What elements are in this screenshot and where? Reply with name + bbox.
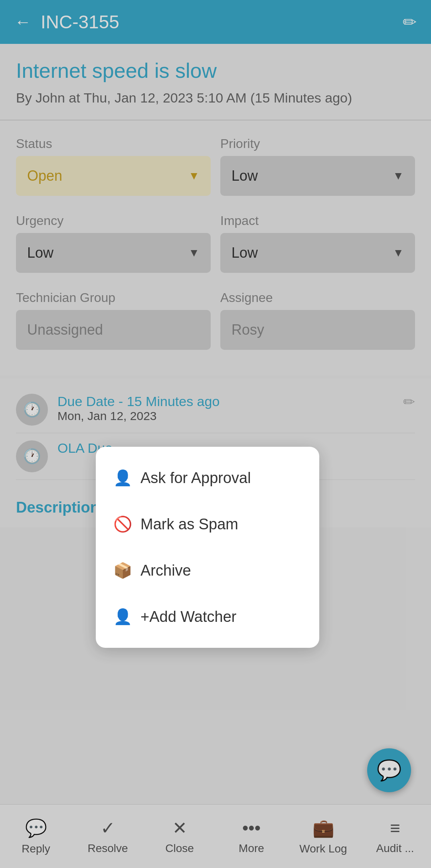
add-watcher-label: +Add Watcher bbox=[140, 608, 236, 625]
archive-label: Archive bbox=[140, 562, 191, 579]
archive-item[interactable]: 📦 Archive bbox=[96, 547, 319, 594]
mark-spam-item[interactable]: 🚫 Mark as Spam bbox=[96, 501, 319, 547]
mark-spam-icon: 🚫 bbox=[113, 515, 131, 533]
dropdown-overlay[interactable] bbox=[0, 0, 431, 868]
archive-icon: 📦 bbox=[113, 562, 131, 579]
mark-spam-label: Mark as Spam bbox=[140, 516, 238, 533]
add-watcher-item[interactable]: 👤 +Add Watcher bbox=[96, 594, 319, 640]
add-watcher-icon: 👤 bbox=[113, 608, 131, 625]
ask-approval-label: Ask for Approval bbox=[140, 470, 251, 487]
ask-approval-item[interactable]: 👤 Ask for Approval bbox=[96, 455, 319, 501]
more-dropdown-menu: 👤 Ask for Approval 🚫 Mark as Spam 📦 Arch… bbox=[96, 447, 319, 648]
ask-approval-icon: 👤 bbox=[113, 469, 131, 487]
